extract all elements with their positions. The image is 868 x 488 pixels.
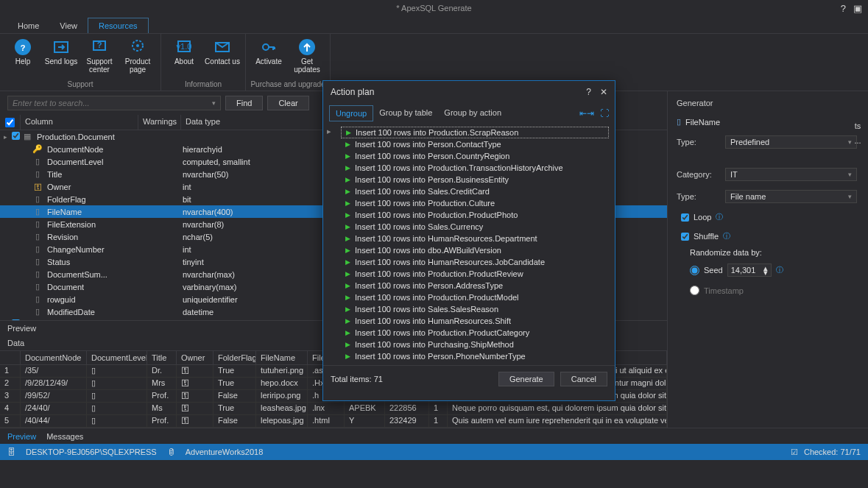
sendlogs-button[interactable]: Send logs [43, 37, 80, 79]
svg-text:?: ? [97, 40, 102, 49]
generate-button[interactable]: Generate [498, 372, 554, 386]
type2-select[interactable]: File name▾ [725, 190, 857, 203]
field-icon: ▯ [677, 117, 681, 127]
col-column[interactable]: Column [21, 115, 138, 130]
db-name: AdventureWorks2018 [186, 448, 264, 456]
group-by-action-tab[interactable]: Group by action [438, 105, 507, 121]
action-plan-dialog: Action plan ?✕ Ungroup Group by table Gr… [322, 80, 615, 401]
overflow-ts: ts [850, 121, 865, 130]
action-list[interactable]: ▶Insert 100 rows into Production.ScrapRe… [341, 127, 609, 362]
contactus-button[interactable]: Contact us [204, 37, 241, 79]
getupdates-button[interactable]: Get updates [289, 37, 325, 79]
action-list-item[interactable]: ▶Insert 100 rows into Production.Product… [341, 291, 609, 303]
statusbar: 🗄DESKTOP-9EJ056P\SQLEXPRESS 🛢AdventureWo… [0, 444, 868, 460]
action-list-item[interactable]: ▶Insert 100 rows into Purchasing.ShipMet… [341, 339, 609, 350]
expand-h-icon[interactable]: ⇤⇥ [579, 108, 594, 119]
generator-field: FileName [685, 118, 720, 127]
db-icon: 🛢 [167, 448, 175, 456]
action-list-item[interactable]: ▶Insert 100 rows into Person.CountryRegi… [341, 150, 609, 162]
svg-point-9 [263, 44, 269, 50]
dialog-title: Action plan [331, 87, 374, 97]
dialog-help-icon[interactable]: ? [586, 87, 591, 97]
ungroup-tab[interactable]: Ungroup [329, 105, 373, 121]
svg-point-6 [136, 44, 139, 47]
tab-home[interactable]: Home [7, 18, 49, 33]
maximize-icon[interactable]: ▣ [853, 3, 862, 14]
action-list-item[interactable]: ▶Insert 100 rows into Person.AddressType [341, 280, 609, 291]
group-by-table-tab[interactable]: Group by table [373, 105, 438, 121]
info-icon[interactable]: ⓘ [723, 231, 730, 241]
action-list-item[interactable]: ▶Insert 100 rows into HumanResources.Job… [341, 256, 609, 268]
checked-count: Checked: 71/71 [804, 448, 861, 456]
about-button[interactable]: v1.0About [166, 37, 202, 79]
action-list-item[interactable]: ▶Insert 100 rows into Production.Product… [341, 209, 609, 221]
action-list-item[interactable]: ▶Insert 100 rows into Production.Product… [341, 327, 609, 339]
action-list-item[interactable]: ▶Insert 100 rows into Production.Culture [341, 197, 609, 209]
svg-text:?: ? [21, 43, 26, 52]
generator-title: Generator [677, 99, 857, 107]
productpage-button[interactable]: Product page [119, 37, 156, 79]
window-title: * ApexSQL Generate [396, 4, 471, 13]
titlebar: * ApexSQL Generate ? ▣ [0, 0, 868, 16]
info-icon[interactable]: ⓘ [776, 265, 783, 275]
server-name: DESKTOP-9EJ056P\SQLEXPRESS [26, 448, 157, 456]
loop-checkbox[interactable] [681, 213, 689, 222]
action-list-item[interactable]: ▶Insert 100 rows into HumanResources.Dep… [341, 233, 609, 244]
fullscreen-icon[interactable]: ⛶ [600, 108, 609, 119]
find-button[interactable]: Find [225, 96, 263, 110]
row-indicator-icon: ▸ [323, 124, 335, 365]
type-select[interactable]: Predefined▾ [725, 135, 857, 149]
total-items: Total items: 71 [331, 375, 383, 383]
cancel-button[interactable]: Cancel [560, 372, 607, 386]
tab-resources[interactable]: Resources [88, 18, 149, 33]
seed-input[interactable]: 14,301▴▾ [727, 264, 772, 277]
action-list-item[interactable]: ▶Insert 100 rows into Person.ContactType [341, 138, 609, 150]
action-list-item[interactable]: ▶Insert 100 rows into Sales.SalesReason [341, 303, 609, 315]
type2-label: Type: [677, 192, 721, 201]
clear-button[interactable]: Clear [267, 96, 308, 110]
generator-panel: Generator ▯FileName Type:Predefined▾ Cat… [667, 91, 866, 428]
overflow-dots[interactable]: ... [850, 136, 865, 145]
search-input[interactable]: ▾ [7, 96, 221, 110]
bottom-tabs: Preview Messages [0, 428, 868, 444]
action-list-item[interactable]: ▶Insert 100 rows into Person.BusinessEnt… [341, 174, 609, 185]
dialog-close-icon[interactable]: ✕ [600, 87, 607, 97]
menubar: Home View Resources [0, 16, 868, 34]
action-list-item[interactable]: ▶Insert 100 rows into Production.ScrapRe… [341, 127, 609, 138]
checked-icon: ☑ [791, 448, 798, 457]
action-list-item[interactable]: ▶Insert 100 rows into Person.PhoneNumber… [341, 350, 609, 362]
server-icon: 🗄 [7, 448, 15, 456]
group-purchase-label: Purchase and upgrade [250, 79, 325, 89]
action-list-item[interactable]: ▶Insert 100 rows into Production.Transac… [341, 162, 609, 174]
check-all[interactable] [5, 118, 15, 127]
activate-button[interactable]: Activate [250, 37, 287, 79]
help-icon[interactable]: ? [841, 3, 846, 14]
table-row[interactable]: 4/24/40/▯Ms⚿Trueleasheas.jpg.lnxAPEBK222… [0, 403, 667, 415]
col-datatype[interactable]: Data type [181, 115, 336, 130]
tab-view[interactable]: View [49, 18, 88, 33]
tab-messages[interactable]: Messages [46, 432, 83, 441]
action-list-item[interactable]: ▶Insert 100 rows into Sales.Currency [341, 221, 609, 233]
randomize-label: Randomize data by: [677, 248, 857, 257]
category-label: Category: [677, 170, 721, 179]
shuffle-checkbox[interactable] [681, 233, 689, 241]
info-icon[interactable]: ⓘ [716, 212, 723, 222]
seed-radio[interactable] [690, 266, 699, 275]
svg-text:v1.0: v1.0 [177, 42, 192, 51]
action-list-item[interactable]: ▶Insert 100 rows into dbo.AWBuildVersion [341, 244, 609, 256]
type-label: Type: [677, 138, 721, 146]
action-list-item[interactable]: ▶Insert 100 rows into Sales.CreditCard [341, 185, 609, 197]
group-support-label: Support [67, 79, 93, 89]
action-list-item[interactable]: ▶Insert 100 rows into HumanResources.Shi… [341, 315, 609, 327]
supportcenter-button[interactable]: ?Support center [81, 37, 118, 79]
group-info-label: Information [185, 79, 222, 89]
tab-preview[interactable]: Preview [7, 432, 36, 441]
category-select[interactable]: IT▾ [725, 168, 857, 181]
action-list-item[interactable]: ▶Insert 100 rows into Production.Product… [341, 268, 609, 280]
help-button[interactable]: ?Help [4, 37, 41, 79]
table-row[interactable]: 5/40/44/▯Prof.⚿Falselelepoas.jpg.htmlY23… [0, 415, 667, 428]
timestamp-radio[interactable] [690, 286, 699, 295]
col-warnings[interactable]: Warnings [138, 115, 181, 130]
